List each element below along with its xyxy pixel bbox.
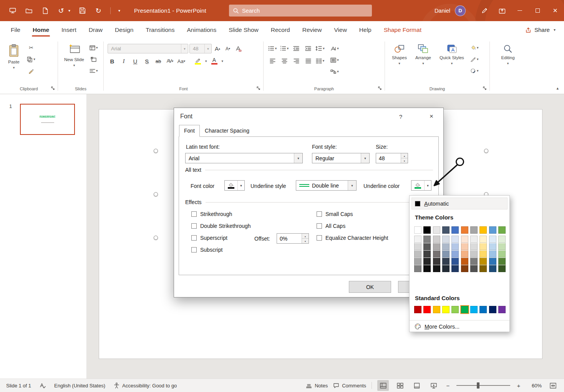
shape-outline-button[interactable]: ▾ [469,55,479,64]
standard-color-swatch[interactable] [442,306,450,313]
standard-color-swatch[interactable] [479,306,487,313]
dialog-help-button[interactable]: ? [396,113,406,120]
theme-color-swatch[interactable] [489,226,496,234]
standard-color-swatch[interactable] [423,306,431,313]
small-caps-checkbox[interactable]: Small Caps [317,211,353,217]
theme-color-variant-swatch[interactable] [461,243,468,250]
checkbox-box[interactable] [317,223,322,229]
tab-animations[interactable]: Animations [181,21,222,38]
font-style-combo[interactable]: Regular ▾ [312,153,370,163]
dialog-close-button[interactable]: × [426,113,437,120]
theme-color-variant-swatch[interactable] [498,265,506,272]
change-case-button[interactable]: Aa▾ [177,56,186,66]
theme-color-variant-swatch[interactable] [461,257,468,265]
clipboard-dialog-launcher[interactable] [50,86,56,91]
theme-color-variant-swatch[interactable] [442,243,450,250]
more-colors-button[interactable]: More Colors... [410,320,509,332]
justify-button[interactable] [303,56,313,65]
checkbox-box[interactable] [317,235,322,241]
theme-color-variant-swatch[interactable] [414,257,421,265]
language-indicator[interactable]: English (United States) [54,383,105,389]
theme-color-variant-swatch[interactable] [470,243,478,250]
theme-color-swatch[interactable] [461,226,468,234]
theme-color-variant-swatch[interactable] [433,236,440,243]
theme-color-variant-swatch[interactable] [442,250,450,257]
theme-color-variant-swatch[interactable] [479,265,487,272]
standard-color-swatch[interactable] [470,306,478,313]
theme-color-variant-swatch[interactable] [414,236,421,243]
theme-color-variant-swatch[interactable] [498,243,506,250]
tab-help[interactable]: Help [353,21,378,38]
underline-color-picker-button[interactable]: ▾ [411,180,431,191]
theme-color-variant-swatch[interactable] [479,236,487,243]
strikethrough-button[interactable]: ab [154,56,163,66]
theme-color-variant-swatch[interactable] [414,243,421,250]
align-left-button[interactable] [267,56,277,65]
theme-color-variant-swatch[interactable] [414,250,421,257]
theme-color-variant-swatch[interactable] [470,257,478,265]
fit-to-window-button[interactable] [547,380,559,391]
theme-color-variant-swatch[interactable] [461,250,468,257]
zoom-level[interactable]: 60% [527,383,542,389]
equalize-character-height-checkbox[interactable]: Equalize Character Height [317,235,388,241]
standard-color-swatch[interactable] [414,306,421,313]
theme-color-variant-swatch[interactable] [489,250,496,257]
reading-view-button[interactable] [411,380,423,391]
tab-draw[interactable]: Draw [83,21,109,38]
theme-color-variant-swatch[interactable] [489,257,496,265]
underline-style-chevron-icon[interactable]: ▾ [348,181,356,190]
theme-color-variant-swatch[interactable] [489,265,496,272]
redo-icon[interactable]: ↻ [94,7,103,15]
comments-button[interactable]: Comments [333,383,366,389]
presenter-window-icon[interactable] [493,0,511,21]
theme-color-variant-swatch[interactable] [498,257,506,265]
paste-button[interactable]: Paste▾ [4,42,24,81]
offset-spinner[interactable]: 0% ▴▾ [277,233,309,244]
theme-color-variant-swatch[interactable] [414,265,421,272]
theme-color-variant-swatch[interactable] [433,250,440,257]
tab-view[interactable]: View [328,21,353,38]
font-dialog-launcher[interactable] [256,86,261,91]
tab-slide-show[interactable]: Slide Show [222,21,265,38]
latin-font-chevron-icon[interactable]: ▾ [294,153,302,163]
increase-indent-button[interactable] [303,44,313,53]
save-icon[interactable] [78,7,86,15]
superscript-checkbox[interactable]: Superscript [191,235,227,241]
bullets-button[interactable]: ▾ [267,44,277,53]
slideshow-view-button[interactable] [428,380,440,391]
theme-color-swatch[interactable] [451,226,459,234]
slide-sorter-view-button[interactable] [394,380,406,391]
theme-color-variant-swatch[interactable] [489,243,496,250]
columns-button[interactable]: ▾ [315,56,325,65]
theme-color-swatch[interactable] [423,226,431,234]
theme-color-variant-swatch[interactable] [479,250,487,257]
zoom-slider[interactable] [456,385,510,386]
theme-color-variant-swatch[interactable] [451,265,459,272]
theme-color-variant-swatch[interactable] [461,265,468,272]
theme-color-swatch[interactable] [470,226,478,234]
decrease-indent-button[interactable] [291,44,301,53]
font-color-chevron-icon[interactable]: ▾ [237,181,244,190]
tab-record[interactable]: Record [265,21,296,38]
ok-button[interactable]: OK [349,281,391,293]
zoom-out-button[interactable]: − [445,382,451,389]
slide-indicator[interactable]: Slide 1 of 1 [6,383,31,389]
theme-color-variant-swatch[interactable] [433,257,440,265]
align-center-button[interactable] [279,56,289,65]
convert-to-smartart-button[interactable]: ▾ [330,67,340,76]
paragraph-dialog-launcher[interactable] [377,86,383,91]
size-spinner[interactable]: 48 ▴▾ [376,153,408,163]
arrange-button[interactable]: Arrange▾ [412,42,434,81]
tab-transitions[interactable]: Transitions [139,21,181,38]
theme-color-variant-swatch[interactable] [423,243,431,250]
undo-chevron-icon[interactable]: ▾ [68,8,70,13]
selection-handle[interactable] [154,149,158,153]
strikethrough-checkbox[interactable]: Strikethrough [191,211,232,217]
font-name-chevron-icon[interactable]: ▾ [181,44,188,53]
theme-color-variant-swatch[interactable] [433,243,440,250]
theme-color-swatch[interactable] [433,226,440,234]
offset-down-icon[interactable]: ▾ [302,239,309,243]
text-highlight-color-button[interactable] [193,56,203,66]
font-size-combo[interactable]: 48 ▾ [189,44,212,53]
theme-color-variant-swatch[interactable] [433,265,440,272]
